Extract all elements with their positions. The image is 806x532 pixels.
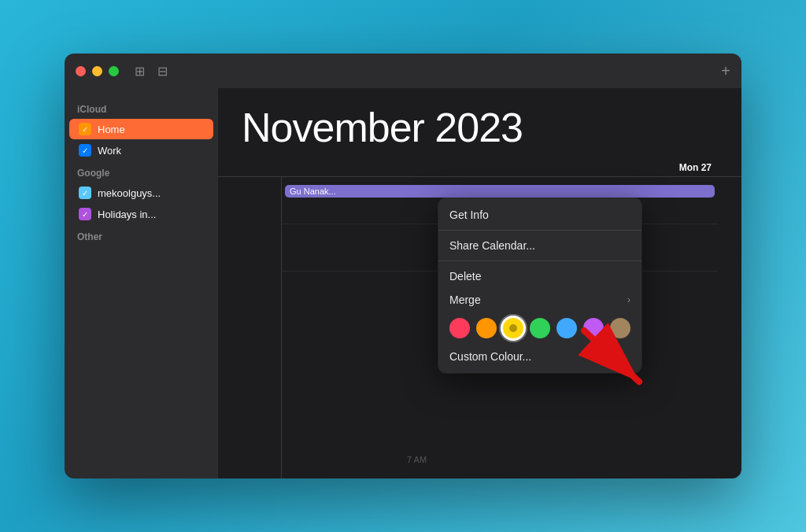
color-swatch-yellow[interactable] — [503, 318, 523, 338]
other-section-label: Other — [65, 225, 218, 246]
year-label: 2023 — [434, 105, 523, 150]
color-swatch-orange[interactable] — [476, 318, 497, 338]
google-section-label: Google — [65, 161, 218, 182]
context-menu-delete[interactable]: Delete — [438, 264, 641, 288]
time-8am — [242, 248, 281, 295]
title-bar-icons: ⊞ ⊟ — [135, 64, 168, 79]
calendar-header: November 2023 — [218, 88, 741, 159]
mekool-calendar-name: mekoolguys... — [98, 187, 161, 199]
time-column — [242, 177, 281, 478]
sidebar-item-holidays[interactable]: ✓ Holidays in... — [69, 204, 213, 224]
work-calendar-name: Work — [98, 145, 121, 157]
color-swatch-blue[interactable] — [556, 318, 577, 338]
home-checkbox[interactable]: ✓ — [79, 123, 91, 135]
maximize-button[interactable] — [109, 66, 119, 76]
minimize-button[interactable] — [92, 66, 102, 76]
add-event-icon[interactable]: + — [721, 62, 730, 80]
color-swatch-green[interactable] — [530, 318, 550, 338]
app-body: iCloud ✓ Home ✓ Work Google ✓ mekoolguys… — [65, 88, 741, 478]
event-guru-nanak[interactable]: Gu Nanak... — [285, 185, 715, 198]
inbox-icon[interactable]: ⊟ — [157, 64, 168, 79]
month-label: November — [242, 105, 424, 150]
mekool-checkbox[interactable]: ✓ — [79, 187, 91, 199]
sidebar: iCloud ✓ Home ✓ Work Google ✓ mekoolguys… — [65, 88, 218, 478]
context-menu-sep-2 — [438, 260, 641, 261]
app-window: ⊞ ⊟ + iCloud ✓ Home ✓ Work Google — [65, 54, 741, 478]
work-checkbox[interactable]: ✓ — [79, 144, 91, 157]
sidebar-item-mekool[interactable]: ✓ mekoolguys... — [69, 183, 213, 203]
color-swatch-pink[interactable] — [449, 318, 470, 338]
home-calendar-name: Home — [98, 124, 125, 135]
color-swatch-purple[interactable] — [583, 318, 604, 338]
color-swatch-brown[interactable] — [610, 318, 630, 338]
close-button[interactable] — [76, 66, 86, 76]
context-menu-merge[interactable]: Merge › — [438, 288, 641, 312]
context-menu: Get Info Share Calendar... Delete Merge … — [438, 198, 641, 373]
merge-submenu-chevron: › — [627, 294, 630, 305]
icloud-section-label: iCloud — [65, 98, 218, 118]
context-menu-sep-1 — [438, 230, 641, 231]
month-year-title: November 2023 — [242, 104, 718, 151]
sidebar-item-work[interactable]: ✓ Work — [69, 140, 213, 161]
time-7am — [242, 201, 281, 248]
context-menu-get-info[interactable]: Get Info — [438, 203, 641, 227]
holidays-calendar-name: Holidays in... — [98, 209, 156, 220]
day-header-mon27: Mon 27 — [242, 159, 718, 176]
context-menu-color-swatches — [438, 312, 641, 345]
day-column-headers: Mon 27 — [218, 159, 741, 177]
context-menu-share-calendar[interactable]: Share Calendar... — [438, 234, 641, 257]
calendar-view-icon[interactable]: ⊞ — [135, 64, 145, 79]
calendar-main: November 2023 Mon 27 Gu Nanak. — [218, 88, 741, 478]
sidebar-item-home[interactable]: ✓ Home — [69, 119, 213, 139]
holidays-checkbox[interactable]: ✓ — [79, 208, 91, 220]
time-7am-label: 7 AM — [407, 455, 427, 464]
title-bar: ⊞ ⊟ + — [65, 54, 741, 88]
context-menu-custom-colour[interactable]: Custom Colour... — [438, 345, 641, 368]
